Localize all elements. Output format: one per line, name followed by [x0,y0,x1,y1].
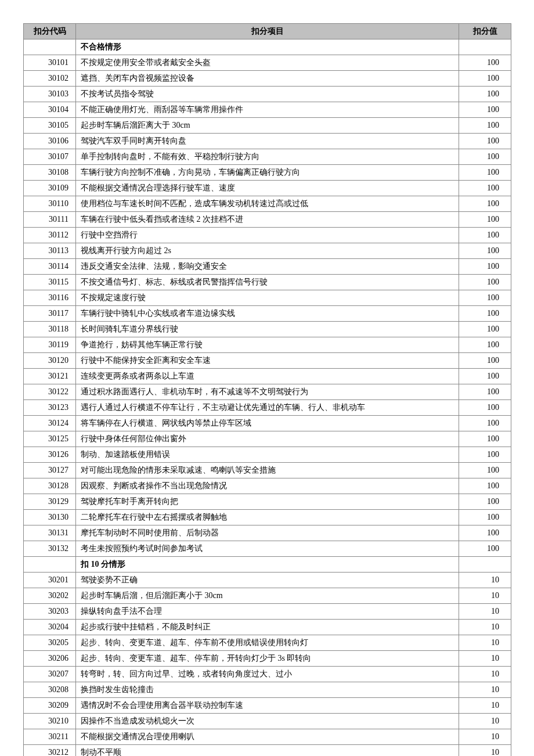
cell-code: 30117 [24,306,76,322]
table-row: 30109不能根据交通情况合理选择行驶车道、速度100 [24,181,511,196]
cell-item: 操纵转向盘手法不合理 [76,604,459,620]
cell-value: 100 [459,384,511,400]
table-row: 30202起步时车辆后溜，但后溜距离小于 30cm10 [24,588,511,604]
cell-code: 30114 [24,259,76,275]
cell-value: 10 [459,729,511,745]
table-row: 30111车辆在行驶中低头看挡或者连续 2 次挂档不进100 [24,212,511,228]
cell-value: 100 [459,322,511,337]
cell-item: 行驶中身体任何部位伸出窗外 [76,431,459,447]
cell-value: 100 [459,87,511,102]
cell-value: 100 [459,290,511,306]
table-row: 30124将车辆停在人行横道、网状线内等禁止停车区域100 [24,416,511,431]
cell-value: 100 [459,541,511,557]
table-row: 30128因观察、判断或者操作不当出现危险情况100 [24,478,511,494]
cell-item: 连续变更两条或者两条以上车道 [76,369,459,384]
cell-code: 30131 [24,525,76,541]
deduction-table: 扣分代码 扣分项目 扣分值 不合格情形30101不按规定使用安全带或者戴安全头盔… [23,23,511,756]
section-value-empty [459,39,511,55]
table-row: 30206起步、转向、变更车道、超车、停车前，开转向灯少于 3s 即转向10 [24,651,511,667]
cell-item: 长时间骑轧车道分界线行驶 [76,322,459,337]
table-row: 30106驾驶汽车双手同时离开转向盘100 [24,134,511,149]
table-row: 30108车辆行驶方向控制不准确，方向晃动，车辆偏离正确行驶方向100 [24,165,511,181]
cell-item: 不按规定使用安全带或者戴安全头盔 [76,55,459,71]
cell-value: 100 [459,102,511,118]
cell-value: 10 [459,573,511,588]
cell-code: 30123 [24,400,76,416]
table-row: 30127对可能出现危险的情形未采取减速、鸣喇叭等安全措施100 [24,463,511,478]
cell-code: 30104 [24,102,76,118]
table-row: 30117车辆行驶中骑轧中心实线或者车道边缘实线100 [24,306,511,322]
table-row: 30208换挡时发生齿轮撞击10 [24,682,511,698]
cell-item: 因操作不当造成发动机熄火一次 [76,714,459,729]
table-row: 30101不按规定使用安全带或者戴安全头盔100 [24,55,511,71]
cell-item: 起步时车辆后溜，但后溜距离小于 30cm [76,588,459,604]
cell-value: 100 [459,55,511,71]
table-row: 30125行驶中身体任何部位伸出窗外100 [24,431,511,447]
section-row: 不合格情形 [24,39,511,55]
cell-code: 30204 [24,620,76,635]
table-row: 30113视线离开行驶方向超过 2s100 [24,243,511,259]
cell-item: 车辆在行驶中低头看挡或者连续 2 次挂档不进 [76,212,459,228]
cell-code: 30116 [24,290,76,306]
cell-value: 100 [459,71,511,87]
table-row: 30102遮挡、关闭车内音视频监控设备100 [24,71,511,87]
table-row: 30207转弯时，转、回方向过早、过晚，或者转向角度过大、过小10 [24,667,511,682]
table-row: 30121连续变更两条或者两条以上车道100 [24,369,511,384]
table-row: 30122通过积水路面遇行人、非机动车时，有不减速等不文明驾驶行为100 [24,384,511,400]
cell-code: 30207 [24,667,76,682]
cell-code: 30210 [24,714,76,729]
cell-value: 100 [459,134,511,149]
table-row: 30209遇情况时不会合理使用离合器半联动控制车速10 [24,698,511,714]
cell-code: 30132 [24,541,76,557]
table-row: 30205起步、转向、变更车道、超车、停车前不使用或错误使用转向灯10 [24,635,511,651]
cell-item: 通过积水路面遇行人、非机动车时，有不减速等不文明驾驶行为 [76,384,459,400]
cell-item: 制动不平顺 [76,745,459,757]
cell-code: 30102 [24,71,76,87]
cell-value: 10 [459,745,511,757]
cell-code: 30128 [24,478,76,494]
cell-item: 起步、转向、变更车道、超车、停车前，开转向灯少于 3s 即转向 [76,651,459,667]
cell-item: 驾驶汽车双手同时离开转向盘 [76,134,459,149]
cell-item: 遇情况时不会合理使用离合器半联动控制车速 [76,698,459,714]
cell-value: 100 [459,463,511,478]
cell-item: 驾驶摩托车时手离开转向把 [76,494,459,510]
cell-code: 30129 [24,494,76,510]
cell-value: 100 [459,337,511,353]
table-header-row: 扣分代码 扣分项目 扣分值 [24,24,511,39]
cell-value: 100 [459,494,511,510]
cell-value: 10 [459,604,511,620]
cell-value: 10 [459,588,511,604]
table-row: 30110使用档位与车速长时间不匹配，造成车辆发动机转速过高或过低100 [24,196,511,212]
cell-code: 30209 [24,698,76,714]
header-code: 扣分代码 [24,24,76,39]
cell-item: 换挡时发生齿轮撞击 [76,682,459,698]
cell-code: 30107 [24,149,76,165]
cell-code: 30103 [24,87,76,102]
cell-code: 30211 [24,729,76,745]
table-row: 30118长时间骑轧车道分界线行驶100 [24,322,511,337]
cell-item: 不能根据交通情况合理使用喇叭 [76,729,459,745]
cell-value: 10 [459,651,511,667]
cell-value: 10 [459,620,511,635]
cell-value: 100 [459,165,511,181]
cell-item: 起步时车辆后溜距离大于 30cm [76,118,459,134]
cell-code: 30126 [24,447,76,463]
cell-code: 30118 [24,322,76,337]
table-row: 30131摩托车制动时不同时使用前、后制动器100 [24,525,511,541]
cell-value: 100 [459,306,511,322]
cell-code: 30115 [24,275,76,290]
cell-item: 不按规定速度行驶 [76,290,459,306]
cell-code: 30111 [24,212,76,228]
cell-value: 100 [459,510,511,525]
cell-item: 行驶中空挡滑行 [76,228,459,243]
cell-item: 车辆行驶方向控制不准确，方向晃动，车辆偏离正确行驶方向 [76,165,459,181]
cell-code: 30105 [24,118,76,134]
cell-value: 100 [459,525,511,541]
cell-value: 100 [459,259,511,275]
table-row: 30114违反交通安全法律、法规，影响交通安全100 [24,259,511,275]
cell-value: 100 [459,243,511,259]
cell-value: 100 [459,228,511,243]
cell-value: 10 [459,714,511,729]
cell-item: 单手控制转向盘时，不能有效、平稳控制行驶方向 [76,149,459,165]
cell-item: 起步或行驶中挂错档，不能及时纠正 [76,620,459,635]
